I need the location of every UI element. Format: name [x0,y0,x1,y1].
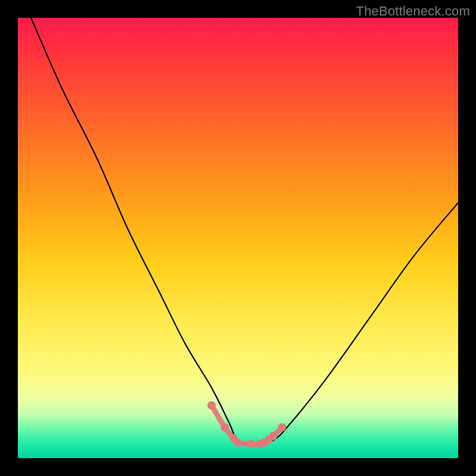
plot-area [18,18,458,458]
svg-point-9 [278,423,286,431]
svg-point-0 [208,401,216,409]
svg-point-3 [234,439,242,447]
highlight-points [208,401,286,448]
curve-line [31,18,458,445]
watermark-text: TheBottleneck.com [356,4,470,19]
svg-point-8 [269,432,277,440]
chart-svg [18,18,458,458]
svg-point-4 [247,440,255,448]
chart-container: TheBottleneck.com [0,0,476,476]
svg-point-1 [221,423,229,431]
